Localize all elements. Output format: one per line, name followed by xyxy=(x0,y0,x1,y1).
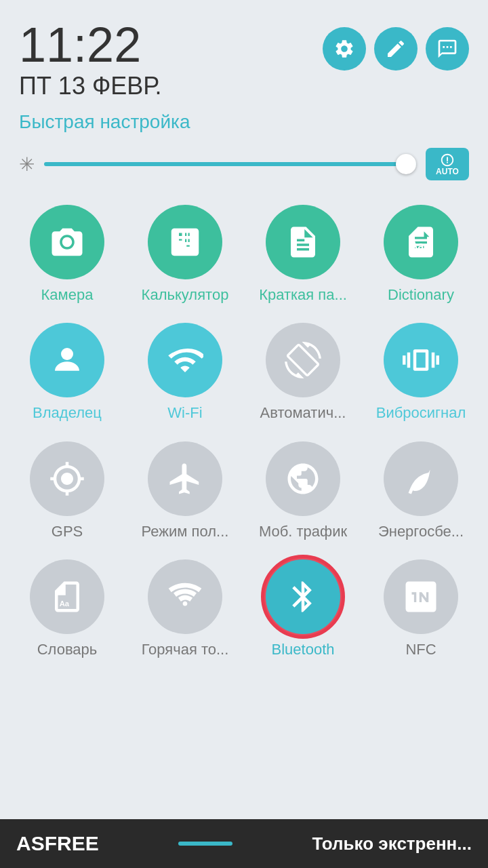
tile-circle-hotspot xyxy=(148,559,222,634)
tile-circle-dictionary: Aa xyxy=(384,205,458,279)
tile-label-gps: GPS xyxy=(52,523,83,540)
tile-slovar[interactable]: AaСловарь xyxy=(8,549,126,667)
settings-button[interactable] xyxy=(323,27,366,71)
header-icons xyxy=(323,27,469,71)
tile-label-energy: Энергосбе... xyxy=(378,523,464,540)
tile-label-vibro: Вибросигнал xyxy=(376,404,466,422)
brightness-row: ✳ AUTO xyxy=(0,142,488,194)
tile-mobile[interactable]: Моб. трафик xyxy=(244,431,362,549)
tile-circle-camera xyxy=(30,205,104,279)
tiles-grid: КамераКалькуляторКраткая па...AaDictiona… xyxy=(0,194,488,667)
tile-bluetooth[interactable]: Bluetooth xyxy=(244,549,362,667)
tile-camera[interactable]: Камера xyxy=(8,194,126,312)
tile-nfc[interactable]: NFC xyxy=(362,549,480,667)
tile-circle-gps xyxy=(30,441,104,516)
tile-circle-notes xyxy=(266,205,340,279)
tile-dictionary[interactable]: AaDictionary xyxy=(362,194,480,312)
svg-text:Aa: Aa xyxy=(410,240,424,252)
tile-label-bluetooth: Bluetooth xyxy=(272,641,335,658)
tile-label-dictionary: Dictionary xyxy=(388,286,454,304)
tile-circle-wifi xyxy=(148,323,222,397)
app-name: ASFREE xyxy=(16,832,99,855)
brightness-track[interactable] xyxy=(44,162,416,166)
bottom-dots xyxy=(178,842,232,846)
tile-circle-autorotate xyxy=(266,323,340,397)
tile-autorotate[interactable]: Автоматич... xyxy=(244,312,362,430)
auto-label: AUTO xyxy=(436,167,459,176)
tile-hotspot[interactable]: Горячая то... xyxy=(126,549,244,667)
brightness-auto-button[interactable]: AUTO xyxy=(426,148,469,180)
tile-label-autorotate: Автоматич... xyxy=(260,404,346,422)
time-date: 11:22 ПТ 13 ФЕВР. xyxy=(19,20,162,100)
message-button[interactable] xyxy=(426,27,469,71)
tile-calculator[interactable]: Калькулятор xyxy=(126,194,244,312)
tile-airplane[interactable]: Режим пол... xyxy=(126,431,244,549)
tile-circle-nfc xyxy=(384,559,458,634)
tile-gps[interactable]: GPS xyxy=(8,431,126,549)
edit-button[interactable] xyxy=(374,27,418,71)
tile-label-airplane: Режим пол... xyxy=(142,523,229,540)
brightness-thumb[interactable] xyxy=(396,154,416,174)
brightness-icon: ✳ xyxy=(19,153,35,176)
emergency-text: Только экстренн... xyxy=(312,833,472,854)
tile-circle-airplane xyxy=(148,441,222,516)
tile-vibro[interactable]: Вибросигнал xyxy=(362,312,480,430)
bottom-bar: ASFREE Только экстренн... xyxy=(0,819,488,868)
svg-point-1 xyxy=(61,348,73,360)
tile-wifi[interactable]: Wi-Fi xyxy=(126,312,244,430)
tile-label-wifi: Wi-Fi xyxy=(167,404,202,422)
tile-label-slovar: Словарь xyxy=(37,641,98,658)
tile-circle-calculator xyxy=(148,205,222,279)
tile-label-nfc: NFC xyxy=(405,641,436,658)
tile-label-calculator: Калькулятор xyxy=(142,286,229,304)
quick-settings-label: Быстрая настройка xyxy=(0,107,488,142)
tile-label-camera: Камера xyxy=(41,286,94,304)
tile-circle-owner xyxy=(30,323,104,397)
tile-circle-mobile xyxy=(266,441,340,516)
clock-time: 11:22 xyxy=(19,20,162,69)
tile-notes[interactable]: Краткая па... xyxy=(244,194,362,312)
tile-circle-vibro xyxy=(384,323,458,397)
tile-label-hotspot: Горячая то... xyxy=(142,641,229,658)
tile-label-owner: Владелец xyxy=(33,404,102,422)
tile-owner[interactable]: Владелец xyxy=(8,312,126,430)
tile-circle-bluetooth xyxy=(266,559,340,634)
tile-circle-slovar: Aa xyxy=(30,559,104,634)
tile-label-mobile: Моб. трафик xyxy=(259,523,347,540)
tile-energy[interactable]: Энергосбе... xyxy=(362,431,480,549)
clock-date: ПТ 13 ФЕВР. xyxy=(19,72,162,100)
svg-text:Aa: Aa xyxy=(60,599,70,608)
header: 11:22 ПТ 13 ФЕВР. xyxy=(0,0,488,107)
tile-label-notes: Краткая па... xyxy=(259,286,347,304)
tile-circle-energy xyxy=(384,441,458,516)
